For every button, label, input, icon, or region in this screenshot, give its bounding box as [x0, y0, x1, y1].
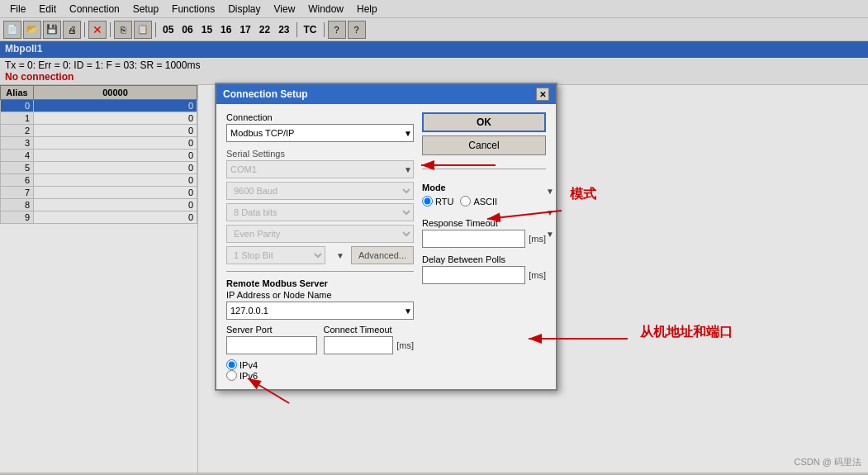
remote-section-label: Remote Modbus Server [226, 278, 414, 288]
ipv4-label: IPv4 [240, 360, 258, 370]
server-port-group: Server Port 502 [226, 325, 317, 354]
server-port-input[interactable]: 502 [226, 336, 317, 354]
data-bits-row: 8 Data bits ▼ [226, 203, 414, 221]
serial-settings-group: Serial Settings COM1 ▼ 9600 Baud ▼ [226, 149, 414, 264]
ip-label: IP Address or Node Name [226, 290, 414, 300]
right-divider [422, 169, 546, 169]
mode-radio-group: RTU ASCII [422, 196, 546, 207]
dialog-close-button[interactable]: ✕ [536, 88, 549, 101]
connection-setup-dialog: Connection Setup ✕ Connection Modbus TCP… [215, 83, 557, 391]
connect-timeout-group: Connect Timeout 3000 [ms] [324, 325, 415, 354]
stop-bits-wrapper: 1 Stop Bit ▼ [226, 246, 346, 264]
dialog-buttons: OK Cancel [422, 112, 546, 155]
connect-timeout-label: Connect Timeout [324, 325, 415, 335]
dialog-title: Connection Setup [223, 88, 308, 100]
connect-timeout-input[interactable]: 3000 [324, 336, 394, 354]
cancel-button[interactable]: Cancel [422, 135, 546, 155]
data-bits-select[interactable]: 8 Data bits [226, 203, 414, 221]
rtu-radio-item: RTU [422, 196, 453, 207]
connect-timeout-unit: [ms] [396, 340, 414, 350]
ip-select[interactable]: 127.0.0.1 [226, 302, 414, 320]
com-port-wrapper: COM1 ▼ [226, 160, 414, 178]
connection-label: Connection [226, 112, 414, 122]
baud-rate-select[interactable]: 9600 Baud [226, 182, 414, 200]
section-divider [226, 271, 414, 272]
delay-polls-row: 20 [ms] [422, 266, 546, 284]
parity-row: Even Parity ▼ [226, 225, 414, 243]
dialog-titlebar: Connection Setup ✕ [216, 84, 556, 104]
ipv4-radio[interactable] [226, 359, 237, 370]
connect-timeout-row: 3000 [ms] [324, 336, 415, 354]
ipv6-radio-item: IPv6 [226, 370, 414, 381]
com-port-select[interactable]: COM1 [226, 160, 414, 178]
ascii-radio-item: ASCII [460, 196, 497, 207]
remote-section: Remote Modbus Server IP Address or Node … [226, 278, 414, 381]
port-timeout-row: Server Port 502 Connect Timeout 3000 [ms… [226, 325, 414, 354]
response-timeout-unit: [ms] [529, 234, 546, 244]
delay-polls-label: Delay Between Polls [422, 254, 546, 264]
delay-polls-unit: [ms] [529, 270, 546, 280]
ascii-label: ASCII [473, 197, 497, 207]
mode-label: Mode [422, 183, 546, 192]
response-timeout-label: Response Timeout [422, 218, 546, 228]
connection-select-wrapper: Modbus TCP/IP Modbus RTU Modbus ASCII ▼ [226, 124, 414, 142]
baud-rate-dropdown-icon: ▼ [546, 187, 554, 196]
ip-select-wrapper: 127.0.0.1 ▼ [226, 302, 414, 320]
serial-settings-label: Serial Settings [226, 149, 414, 159]
parity-dropdown-icon: ▼ [546, 230, 554, 239]
stop-bits-select[interactable]: 1 Stop Bit [226, 246, 325, 264]
parity-select[interactable]: Even Parity [226, 225, 414, 243]
ipv4-radio-item: IPv4 [226, 359, 414, 370]
advanced-button[interactable]: Advanced... [351, 246, 414, 264]
ipv6-radio[interactable] [226, 370, 237, 381]
ipv6-label: IPv6 [240, 371, 258, 381]
mode-group: Mode RTU ASCII [422, 183, 546, 211]
response-timeout-input[interactable]: 1000 [422, 230, 525, 248]
response-timeout-row: 1000 [ms] [422, 230, 546, 248]
rtu-label: RTU [435, 197, 453, 207]
ip-version-group: IPv4 IPv6 [226, 359, 414, 381]
rtu-radio[interactable] [422, 196, 433, 207]
connection-field-group: Connection Modbus TCP/IP Modbus RTU Modb… [226, 112, 414, 142]
delay-polls-group: Delay Between Polls 20 [ms] [422, 254, 546, 284]
dialog-right-panel: OK Cancel Mode RTU ASCII [422, 112, 546, 381]
stop-bits-dropdown-icon: ▼ [336, 251, 344, 260]
ok-button[interactable]: OK [422, 112, 546, 132]
delay-polls-input[interactable]: 20 [422, 266, 525, 284]
connection-select[interactable]: Modbus TCP/IP Modbus RTU Modbus ASCII [226, 124, 414, 142]
server-port-label: Server Port [226, 325, 317, 335]
response-timeout-group: Response Timeout 1000 [ms] [422, 218, 546, 248]
stop-bits-row: 1 Stop Bit ▼ Advanced... [226, 246, 414, 264]
baud-rate-row: 9600 Baud ▼ [226, 182, 414, 200]
ascii-radio[interactable] [460, 196, 471, 207]
data-bits-dropdown-icon: ▼ [546, 208, 554, 217]
